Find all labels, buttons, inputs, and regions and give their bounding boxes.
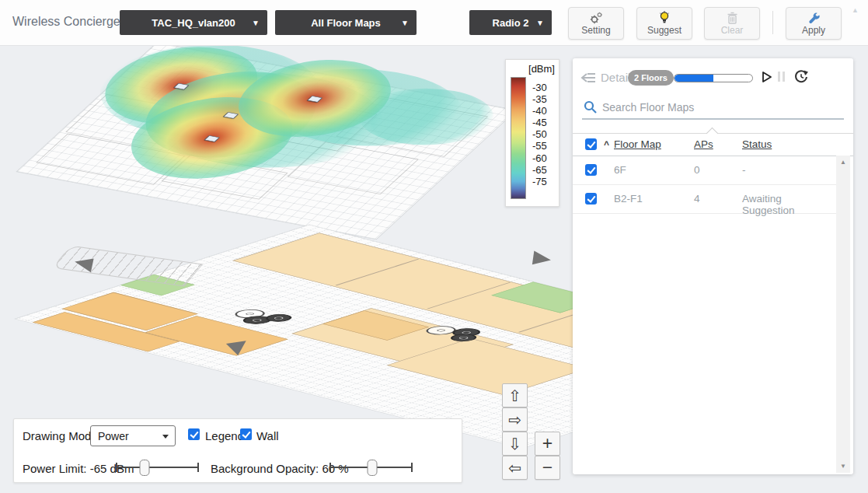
power-limit-slider-thumb[interactable] <box>140 460 150 476</box>
suggest-button[interactable]: Suggest <box>636 7 692 40</box>
refresh-button[interactable] <box>793 69 809 88</box>
table-header: ^ Floor Map APs Status <box>573 133 853 156</box>
legend-tick: -65 <box>529 164 554 176</box>
chevron-down-icon <box>162 435 169 439</box>
panel-header: Details 2 Floors <box>573 58 853 99</box>
play-icon <box>762 71 772 83</box>
slider-tick <box>197 463 199 472</box>
legend-title: [dBm] <box>528 63 555 75</box>
map-canvas[interactable]: [dBm] -30 -35 -40 -45 -50 -55 -60 -65 -7… <box>0 45 868 493</box>
floorplan-6f-heatmap[interactable] <box>17 45 516 240</box>
lightbulb-icon <box>658 11 671 24</box>
arrow-left-icon: ⇦ <box>508 459 521 477</box>
arrow-down-icon: ⇩ <box>508 435 521 453</box>
background-opacity-slider-thumb[interactable] <box>367 460 377 476</box>
map-arrow-marker <box>532 250 552 267</box>
pan-up-button[interactable]: ⇧ <box>502 383 528 407</box>
legend-tick: -60 <box>529 152 554 164</box>
sort-ascending-icon[interactable]: ^ <box>604 139 609 150</box>
pause-icon <box>778 72 780 82</box>
map-arrow-marker <box>226 341 248 356</box>
legend-tick: -35 <box>529 93 554 105</box>
background-opacity-label: Background Opacity: 60 % <box>211 462 349 475</box>
table-scrollbar[interactable]: ▲ ▼ <box>836 156 850 473</box>
plus-icon: + <box>542 433 553 454</box>
suggest-label: Suggest <box>647 25 682 36</box>
apply-label: Apply <box>802 25 825 36</box>
minus-icon: − <box>542 457 553 478</box>
column-header-floor-map[interactable]: Floor Map <box>614 138 661 150</box>
legend-checkbox[interactable] <box>188 428 200 440</box>
slider-tick <box>116 463 117 472</box>
floormap-dropdown[interactable]: All Floor Maps ▼ <box>275 10 417 35</box>
scroll-down-icon[interactable]: ▼ <box>836 463 850 470</box>
floormap-dropdown-value: All Floor Maps <box>311 17 381 29</box>
drawing-controls-card: Drawing Mode: Power Legend Wall Power Li… <box>13 418 462 483</box>
search-input[interactable] <box>601 97 837 117</box>
zoom-out-button[interactable]: − <box>535 456 560 480</box>
slider-tick <box>411 463 413 472</box>
background-opacity-slider[interactable] <box>329 459 413 476</box>
row-checkbox[interactable] <box>585 193 597 205</box>
network-dropdown-value: TAC_HQ_vlan200 <box>152 17 235 29</box>
floor-name: 6F <box>614 164 626 176</box>
slider-tick <box>329 463 331 472</box>
arrow-right-icon: ⇨ <box>508 411 521 429</box>
select-all-checkbox[interactable] <box>585 138 597 150</box>
status-text: Awaiting Suggestion <box>742 193 836 216</box>
page-scroll-up-icon: ▲ <box>852 6 859 14</box>
table-row[interactable]: B2-F1 4 Awaiting Suggestion <box>573 184 836 214</box>
column-header-status[interactable]: Status <box>742 138 772 150</box>
play-button[interactable] <box>762 71 772 86</box>
row-checkbox[interactable] <box>585 164 597 176</box>
pause-icon <box>783 72 785 82</box>
pan-down-button[interactable]: ⇩ <box>502 432 528 456</box>
search-icon <box>584 100 597 114</box>
toolbar-divider <box>772 11 773 34</box>
table-row[interactable]: 6F 0 - <box>573 156 836 185</box>
slider-track <box>116 467 199 468</box>
network-dropdown[interactable]: TAC_HQ_vlan200 ▼ <box>120 10 267 35</box>
legend-tick: -40 <box>529 105 554 117</box>
legend-tick: -30 <box>529 82 554 93</box>
pan-right-button[interactable]: ⇨ <box>502 407 528 432</box>
setting-label: Setting <box>581 25 610 36</box>
legend-colorbar <box>511 77 526 199</box>
caret-down-icon: ▼ <box>252 19 260 27</box>
pause-button[interactable] <box>778 72 787 82</box>
drawing-mode-select[interactable]: Power <box>90 425 176 446</box>
clear-button[interactable]: Clear <box>704 7 760 40</box>
column-header-aps[interactable]: APs <box>694 138 713 150</box>
caret-down-icon: ▼ <box>536 19 544 27</box>
clear-label: Clear <box>721 25 744 36</box>
animation-progress-bar[interactable] <box>674 74 753 82</box>
power-limit-slider[interactable] <box>116 459 199 476</box>
progress-fill <box>675 75 713 82</box>
apply-button[interactable]: Apply <box>786 7 842 40</box>
search-row <box>573 96 853 119</box>
caret-down-icon: ▼ <box>401 19 409 27</box>
ap-count: 4 <box>694 193 700 205</box>
wrench-icon <box>807 12 821 24</box>
legend-tick-labels: -30 -35 -40 -45 -50 -55 -60 -65 -75 <box>529 82 554 187</box>
wall-checkbox-label: Wall <box>256 429 279 442</box>
header-notch <box>706 128 719 140</box>
trash-icon <box>727 12 738 24</box>
status-text: - <box>742 164 746 176</box>
zoom-in-button[interactable]: + <box>535 432 560 456</box>
page-title: Wireless Concierge <box>12 15 120 29</box>
drawing-mode-value: Power <box>98 430 129 442</box>
legend-tick: -50 <box>529 128 554 140</box>
collapse-left-icon <box>580 72 596 84</box>
setting-button[interactable]: Setting <box>568 7 624 40</box>
legend-tick: -55 <box>529 140 554 152</box>
radio-dropdown[interactable]: Radio 2 ▼ <box>469 10 552 35</box>
pan-left-button[interactable]: ⇦ <box>502 456 528 480</box>
floors-count-badge: 2 Floors <box>628 70 674 86</box>
arrow-up-icon: ⇧ <box>508 386 521 405</box>
floor-name: B2-F1 <box>614 193 643 205</box>
signal-legend: [dBm] -30 -35 -40 -45 -50 -55 -60 -65 -7… <box>505 59 559 207</box>
wall-checkbox[interactable] <box>240 428 252 440</box>
scroll-up-icon[interactable]: ▲ <box>836 159 850 166</box>
drawing-mode-label: Drawing Mode: <box>23 429 101 442</box>
